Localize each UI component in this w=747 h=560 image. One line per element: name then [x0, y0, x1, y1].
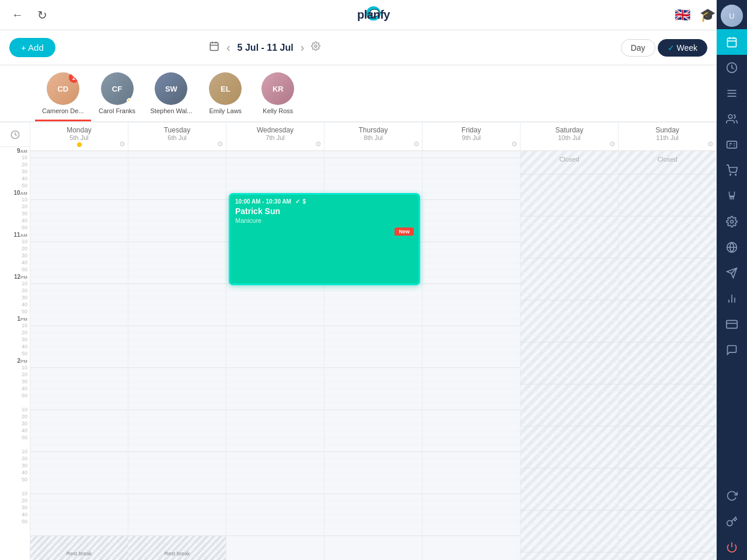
slot-row[interactable]: [423, 522, 520, 529]
slot-row[interactable]: [30, 431, 128, 438]
slot-row[interactable]: [619, 433, 716, 440]
slot-row[interactable]: [521, 531, 618, 538]
slot-row[interactable]: [521, 328, 618, 335]
slot-row[interactable]: [226, 382, 324, 389]
grid-col-0[interactable]: Rest break: [30, 151, 128, 560]
slot-row[interactable]: [423, 263, 520, 270]
slot-row[interactable]: [128, 291, 226, 298]
slot-row[interactable]: [521, 461, 618, 468]
slot-row[interactable]: [128, 410, 226, 417]
slot-row[interactable]: [423, 165, 520, 172]
grid-area[interactable]: Monday 5th Jul ⚙ Tuesday 6th Jul ⚙ Wedne…: [30, 123, 717, 560]
slot-row[interactable]: [30, 242, 128, 249]
slot-row[interactable]: [128, 263, 226, 270]
slot-row[interactable]: [128, 340, 226, 347]
slot-row[interactable]: [521, 195, 618, 202]
slot-row[interactable]: [226, 347, 324, 354]
slot-row[interactable]: [128, 459, 226, 466]
slot-row[interactable]: [423, 284, 520, 291]
staff-item-carol[interactable]: CF Carol Franks: [91, 70, 144, 117]
slot-row[interactable]: [30, 473, 128, 480]
slot-row[interactable]: [521, 454, 618, 461]
slot-row[interactable]: [619, 307, 716, 314]
slot-row[interactable]: [423, 347, 520, 354]
slot-row[interactable]: [423, 375, 520, 382]
slot-row[interactable]: [30, 354, 128, 361]
slot-row[interactable]: [30, 466, 128, 473]
slot-row[interactable]: [619, 384, 716, 391]
slot-row[interactable]: [324, 179, 422, 186]
slot-row[interactable]: [324, 508, 422, 515]
slot-row[interactable]: [226, 151, 324, 158]
slot-row[interactable]: [128, 270, 226, 277]
slot-row[interactable]: [324, 375, 422, 382]
slot-row[interactable]: [226, 452, 324, 459]
slot-row[interactable]: [521, 426, 618, 433]
slot-row[interactable]: [226, 375, 324, 382]
slot-row[interactable]: [30, 494, 128, 501]
slot-row[interactable]: [423, 186, 520, 193]
slot-row[interactable]: [30, 368, 128, 375]
day-gear-saturday[interactable]: ⚙: [609, 140, 616, 148]
back-button[interactable]: ←: [9, 6, 26, 24]
sidebar-gear-icon[interactable]: [717, 209, 747, 235]
slot-row[interactable]: [619, 223, 716, 230]
slot-row[interactable]: [226, 291, 324, 298]
flag-icon[interactable]: 🇬🇧: [675, 8, 690, 23]
slot-row[interactable]: [423, 438, 520, 445]
slot-row[interactable]: [226, 326, 324, 333]
slot-row[interactable]: [128, 249, 226, 256]
slot-row[interactable]: [324, 522, 422, 529]
sidebar-chair-icon[interactable]: [717, 183, 747, 209]
slot-row[interactable]: [619, 398, 716, 405]
day-gear-friday[interactable]: ⚙: [511, 140, 518, 148]
slot-row[interactable]: [521, 174, 618, 181]
slot-row[interactable]: [521, 356, 618, 363]
slot-row[interactable]: [324, 368, 422, 375]
slot-row[interactable]: [30, 207, 128, 214]
slot-row[interactable]: [423, 529, 520, 536]
slot-row[interactable]: [423, 466, 520, 473]
slot-row[interactable]: [30, 522, 128, 529]
slot-row[interactable]: [128, 172, 226, 179]
slot-row[interactable]: [521, 286, 618, 293]
slot-row[interactable]: [521, 433, 618, 440]
slot-row[interactable]: [324, 389, 422, 396]
slot-row[interactable]: [226, 354, 324, 361]
slot-row[interactable]: [30, 382, 128, 389]
sidebar-team-icon[interactable]: [717, 106, 747, 132]
slot-row[interactable]: [30, 263, 128, 270]
slot-row[interactable]: [128, 193, 226, 200]
slot-row[interactable]: [30, 214, 128, 221]
slot-row[interactable]: [226, 396, 324, 403]
slot-row[interactable]: [619, 475, 716, 482]
slot-row[interactable]: [30, 151, 128, 158]
sidebar-cart-icon[interactable]: [717, 158, 747, 183]
slot-row[interactable]: [619, 468, 716, 475]
slot-row[interactable]: [619, 356, 716, 363]
slot-row[interactable]: [128, 529, 226, 536]
slot-row[interactable]: [521, 335, 618, 342]
day-view-button[interactable]: Day: [621, 39, 655, 57]
slot-row[interactable]: [619, 538, 716, 545]
slot-row[interactable]: [128, 368, 226, 375]
slot-row[interactable]: [619, 524, 716, 531]
slot-row[interactable]: [423, 193, 520, 200]
slot-row[interactable]: [30, 403, 128, 410]
slot-row[interactable]: [423, 305, 520, 312]
slot-row[interactable]: [30, 284, 128, 291]
slot-row[interactable]: [423, 368, 520, 375]
slot-row[interactable]: [226, 186, 324, 193]
slot-row[interactable]: [30, 375, 128, 382]
slot-row[interactable]: [226, 480, 324, 487]
slot-row[interactable]: [619, 503, 716, 510]
slot-row[interactable]: [128, 424, 226, 431]
slot-row[interactable]: [521, 545, 618, 552]
prev-week-button[interactable]: ‹: [224, 38, 233, 57]
slot-row[interactable]: [423, 389, 520, 396]
slot-row[interactable]: [423, 508, 520, 515]
slot-row[interactable]: [226, 487, 324, 494]
slot-row[interactable]: [619, 195, 716, 202]
slot-row[interactable]: [128, 284, 226, 291]
slot-row[interactable]: [521, 524, 618, 531]
